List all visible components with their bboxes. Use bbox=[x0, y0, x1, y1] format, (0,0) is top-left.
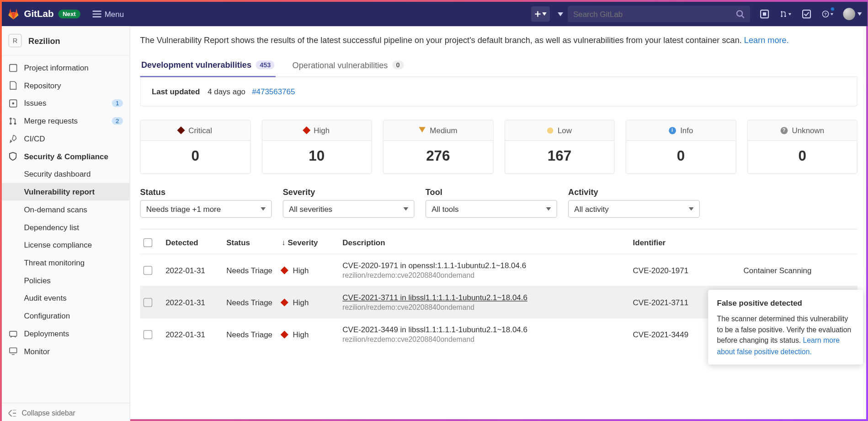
svg-rect-6 bbox=[803, 10, 810, 18]
sidebar-item-deployments[interactable]: Deployments bbox=[2, 324, 130, 342]
deploy-icon bbox=[9, 329, 17, 338]
sidebar-item-security[interactable]: Security & Compliance bbox=[2, 147, 130, 165]
stat-medium[interactable]: Medium276 bbox=[383, 120, 493, 174]
svg-rect-2 bbox=[763, 12, 766, 16]
next-badge: Next bbox=[58, 10, 80, 18]
table-row[interactable]: 2022-01-31Needs TriageHighCVE-2020-1971 … bbox=[140, 254, 857, 286]
mr-nav-icon bbox=[9, 116, 17, 125]
tool-select[interactable]: All tools bbox=[426, 200, 557, 218]
row-checkbox[interactable] bbox=[144, 266, 152, 275]
menu-label: Menu bbox=[105, 10, 124, 18]
unknown-icon: ? bbox=[780, 127, 788, 134]
filter-status: StatusNeeds triage +1 more bbox=[140, 187, 272, 218]
stat-info[interactable]: iInfo0 bbox=[626, 120, 736, 174]
help-icon[interactable]: ? bbox=[822, 9, 833, 20]
row-checkbox[interactable] bbox=[144, 330, 152, 339]
sidebar-item-monitor[interactable]: Monitor bbox=[2, 342, 130, 360]
vuln-location: rezilion/rezdemo:cve20208840ondemand bbox=[342, 303, 633, 311]
cell-description: CVE-2020-1971 in openssl:1.1.1-1ubuntu2.… bbox=[342, 261, 633, 279]
tab-operational[interactable]: Operational vulnerabilities0 bbox=[291, 54, 405, 76]
col-description[interactable]: Description bbox=[342, 238, 633, 247]
tab-development[interactable]: Development vulnerabilities453 bbox=[140, 54, 276, 77]
sidebar-sub-policies[interactable]: Policies bbox=[2, 271, 130, 289]
svg-point-12 bbox=[10, 117, 12, 119]
todo-icon[interactable] bbox=[801, 9, 812, 20]
avatar bbox=[843, 8, 855, 20]
hamburger-icon bbox=[92, 11, 101, 17]
vuln-title[interactable]: CVE-2020-1971 in openssl:1.1.1-1ubuntu2.… bbox=[342, 261, 633, 270]
project-avatar: R bbox=[9, 34, 22, 47]
stat-low[interactable]: Low167 bbox=[504, 120, 614, 174]
sidebar-item-repository[interactable]: Repository bbox=[2, 76, 130, 94]
brand-name: GitLab bbox=[24, 9, 53, 20]
cell-identifier: CVE-2020-1971 bbox=[633, 266, 744, 275]
sidebar-item-issues[interactable]: Issues1 bbox=[2, 94, 130, 112]
pipeline-link[interactable]: #473563765 bbox=[252, 87, 295, 96]
chevron-down-icon bbox=[542, 12, 547, 16]
vuln-title[interactable]: CVE-2021-3711 in libssl1.1:1.1.1-1ubuntu… bbox=[342, 293, 633, 302]
status-select[interactable]: Needs triage +1 more bbox=[140, 200, 272, 218]
severity-select[interactable]: All severities bbox=[283, 200, 415, 218]
project-header[interactable]: R Rezilion bbox=[2, 26, 130, 55]
info-sev-icon: i bbox=[669, 127, 676, 134]
sidebar-sub-license[interactable]: License compliance bbox=[2, 236, 130, 254]
filters: StatusNeeds triage +1 more SeverityAll s… bbox=[140, 187, 857, 229]
stat-unknown[interactable]: ?Unknown0 bbox=[747, 120, 857, 174]
collapse-icon bbox=[9, 410, 16, 416]
search-input[interactable] bbox=[573, 10, 736, 18]
col-status[interactable]: Status bbox=[226, 238, 282, 247]
sidebar-sub-audit[interactable]: Audit events bbox=[2, 289, 130, 307]
sidebar-sub-threat[interactable]: Threat monitoring bbox=[2, 254, 130, 272]
svg-point-13 bbox=[10, 122, 12, 124]
last-updated-ago: 4 days ago bbox=[208, 87, 245, 96]
table-header: Detected Status ↓Severity Description Id… bbox=[140, 232, 857, 254]
sidebar-sub-vuln-report[interactable]: Vulnerability report bbox=[2, 183, 130, 201]
sidebar-item-cicd[interactable]: CI/CD bbox=[2, 130, 130, 148]
collapse-sidebar[interactable]: Collapse sidebar bbox=[2, 403, 130, 421]
svg-point-5 bbox=[784, 15, 786, 17]
chevron-down-icon[interactable] bbox=[558, 12, 563, 16]
select-all-checkbox[interactable] bbox=[144, 238, 152, 247]
menu-button[interactable]: Menu bbox=[92, 10, 124, 18]
learn-more-link[interactable]: Learn more. bbox=[744, 35, 789, 45]
search-box[interactable] bbox=[568, 5, 750, 22]
stat-high[interactable]: High10 bbox=[261, 120, 372, 174]
cell-description: CVE-2021-3449 in libssl1.1:1.1.1-1ubuntu… bbox=[342, 325, 633, 344]
cell-detected: 2022-01-31 bbox=[165, 266, 226, 275]
activity-select[interactable]: All activity bbox=[568, 200, 700, 218]
sidebar-sub-ondemand[interactable]: On-demand scans bbox=[2, 200, 130, 218]
monitor-icon bbox=[9, 347, 17, 356]
sidebar-sub-dependency[interactable]: Dependency list bbox=[2, 218, 130, 236]
brand[interactable]: GitLab Next bbox=[7, 8, 80, 20]
col-severity[interactable]: ↓Severity bbox=[282, 238, 342, 247]
main-content: The Vulnerability Report shows the resul… bbox=[130, 26, 868, 421]
chevron-down-icon bbox=[546, 207, 551, 210]
vuln-title[interactable]: CVE-2021-3449 in libssl1.1:1.1.1-1ubuntu… bbox=[342, 325, 633, 334]
sidebar-sub-security-dashboard[interactable]: Security dashboard bbox=[2, 165, 130, 183]
row-checkbox[interactable] bbox=[144, 298, 152, 307]
merge-requests-icon[interactable] bbox=[780, 9, 791, 20]
new-button[interactable] bbox=[531, 6, 550, 22]
sidebar-item-project-info[interactable]: Project information bbox=[2, 59, 130, 77]
tooltip-title: False positive detected bbox=[717, 297, 854, 309]
vuln-location: rezilion/rezdemo:cve20208840ondemand bbox=[342, 271, 633, 279]
high-icon bbox=[281, 266, 288, 274]
severity-stats: Critical0 High10 Medium276 Low167 iInfo0… bbox=[140, 120, 857, 174]
issues-icon[interactable] bbox=[759, 9, 770, 20]
col-identifier[interactable]: Identifier bbox=[633, 238, 744, 247]
repo-icon bbox=[9, 81, 17, 90]
tooltip-body: The scanner determined this vulnerabilit… bbox=[717, 313, 854, 356]
col-detected[interactable]: Detected bbox=[165, 238, 226, 247]
chevron-down-icon bbox=[403, 207, 408, 210]
user-menu[interactable] bbox=[843, 8, 862, 20]
stat-critical[interactable]: Critical0 bbox=[140, 120, 250, 174]
svg-text:?: ? bbox=[824, 11, 827, 16]
count-badge: 2 bbox=[112, 117, 123, 125]
sidebar-sub-config[interactable]: Configuration bbox=[2, 307, 130, 325]
cell-status: Needs Triage bbox=[226, 330, 282, 339]
project-name: Rezilion bbox=[28, 36, 60, 45]
svg-rect-15 bbox=[9, 331, 16, 336]
last-updated-box: Last updated 4 days ago #473563765 bbox=[140, 77, 857, 107]
count-badge: 1 bbox=[112, 99, 123, 107]
sidebar-item-merge-requests[interactable]: Merge requests2 bbox=[2, 112, 130, 130]
